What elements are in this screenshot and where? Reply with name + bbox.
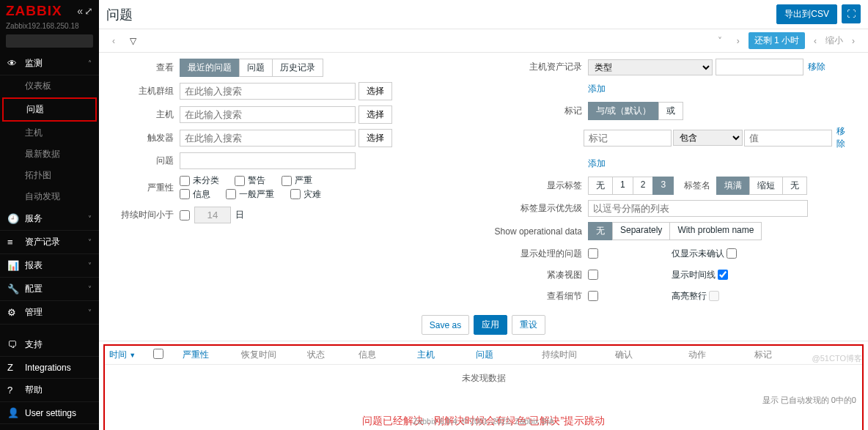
col-status: 状态 <box>307 349 358 361</box>
list-icon: ≡ <box>7 237 19 248</box>
eye-icon: 👁 <box>7 58 19 69</box>
wrench-icon: 🔧 <box>7 283 19 294</box>
save-button[interactable]: Save as <box>422 315 469 335</box>
view-history[interactable]: 历史记录 <box>272 59 323 77</box>
nav-reports[interactable]: 📊报表˅ <box>0 254 99 278</box>
opdata-none[interactable]: 无 <box>588 222 613 240</box>
tagname-full[interactable]: 填满 <box>716 177 750 195</box>
filter-icon[interactable]: ▽ <box>124 34 142 48</box>
col-actions: 动作 <box>688 349 754 361</box>
col-time[interactable]: 时间 ▼ <box>109 349 153 361</box>
nav-user[interactable]: 👤User settings <box>0 402 99 424</box>
sidebar-item-dashboard[interactable]: 仪表板 <box>0 75 99 97</box>
fullscreen-button[interactable]: ⛶ <box>842 4 861 23</box>
tagprio-input[interactable] <box>588 200 808 217</box>
opdata-sep[interactable]: Separately <box>612 222 670 240</box>
tagmode-or[interactable]: 或 <box>658 102 683 120</box>
host-pick[interactable]: 选择 <box>358 105 392 124</box>
page-header: 问题 导出到CSV ⛶ <box>99 0 868 29</box>
sidebar-item-discovery[interactable]: 自动发现 <box>0 186 99 207</box>
nav-integrations[interactable]: ZIntegrations <box>0 357 99 379</box>
page-title: 问题 <box>106 6 133 23</box>
inventory-type[interactable]: 类型 <box>588 59 713 75</box>
time-range[interactable]: 还剩 1 小时 <box>749 32 805 49</box>
sidebar-item-problems[interactable]: 问题 <box>2 97 97 122</box>
cb-details[interactable] <box>588 291 598 301</box>
col-tags: 标记 <box>754 349 820 361</box>
nav-help[interactable]: ?帮助 <box>0 379 99 402</box>
nav-inventory[interactable]: ≡资产记录˅ <box>0 231 99 254</box>
nav-logout[interactable]: ⏻退出 <box>0 424 99 430</box>
showtags-1[interactable]: 1 <box>612 177 633 195</box>
sidebar-item-hosts[interactable]: 主机 <box>0 122 99 144</box>
time-back[interactable]: ‹ <box>808 34 823 48</box>
nav-monitoring[interactable]: 👁监测˄ <box>0 52 99 75</box>
nav-config[interactable]: 🔧配置˅ <box>0 278 99 301</box>
sev-notclass[interactable]: 未分类 <box>180 174 219 187</box>
search-input[interactable] <box>10 37 111 45</box>
sidebar-item-latest[interactable]: 最新数据 <box>0 144 99 165</box>
nav-support[interactable]: 🗨支持 <box>0 333 99 357</box>
col-problem[interactable]: 问题 <box>476 349 542 361</box>
age-toggle[interactable] <box>180 210 190 220</box>
tag-value[interactable] <box>744 130 832 147</box>
sev-warning[interactable]: 警告 <box>235 174 265 187</box>
time-next[interactable]: › <box>731 34 746 48</box>
inventory-remove[interactable]: 移除 <box>808 61 825 73</box>
age-value[interactable] <box>194 207 231 223</box>
user-icon: 👤 <box>7 407 19 418</box>
server-name: Zabbix192.168.250.18 <box>0 22 99 34</box>
clock-icon: 🕘 <box>7 213 19 224</box>
trigger-pick[interactable]: 选择 <box>358 129 392 147</box>
sev-disaster[interactable]: 灾难 <box>290 188 321 201</box>
export-csv-button[interactable]: 导出到CSV <box>776 4 837 24</box>
col-severity[interactable]: 严重性 <box>183 349 241 361</box>
tag-remove[interactable]: 移除 <box>836 125 853 150</box>
sev-high[interactable]: 严重 <box>282 174 312 187</box>
time-dropdown[interactable]: ˅ <box>712 34 728 48</box>
cb-timeline[interactable] <box>718 270 728 280</box>
expand-icon: ⤢ <box>84 5 93 17</box>
zoom-out[interactable]: 缩小 <box>825 34 843 47</box>
nav-services[interactable]: 🕘服务˅ <box>0 207 99 231</box>
tagname-short[interactable]: 缩短 <box>749 177 783 195</box>
opdata-with[interactable]: With problem name <box>669 222 762 240</box>
sev-info[interactable]: 信息 <box>180 188 210 201</box>
view-problems[interactable]: 问题 <box>239 59 273 77</box>
col-host[interactable]: 主机 <box>417 349 476 361</box>
tag-add[interactable]: 添加 <box>588 157 606 170</box>
problem-input[interactable] <box>180 152 356 169</box>
nav-admin[interactable]: ⚙管理˅ <box>0 301 99 325</box>
filter-prev[interactable]: ‹ <box>106 34 121 48</box>
filter-view: 查看 最近的问题 问题 历史记录 <box>114 59 463 77</box>
reset-button[interactable]: 重设 <box>512 315 545 335</box>
chevron-down-icon: ˅ <box>88 238 92 246</box>
tag-op[interactable]: 包含 <box>673 130 743 146</box>
sidebar-item-maps[interactable]: 拓扑图 <box>0 165 99 186</box>
host-input[interactable] <box>180 106 356 123</box>
tag-name[interactable] <box>584 130 672 147</box>
gear-icon: ⚙ <box>7 307 19 318</box>
showtags-3[interactable]: 3 <box>652 177 674 195</box>
inventory-add[interactable]: 添加 <box>588 83 606 95</box>
tagname-none[interactable]: 无 <box>782 177 807 195</box>
view-recent[interactable]: 最近的问题 <box>180 59 240 77</box>
hostgroup-input[interactable] <box>180 83 356 100</box>
time-fwd[interactable]: › <box>846 34 861 48</box>
cb-suppressed[interactable] <box>588 248 598 259</box>
collapse-sidebar[interactable]: «⤢ <box>77 5 93 17</box>
apply-button[interactable]: 应用 <box>474 315 507 335</box>
cb-compact[interactable] <box>588 270 598 280</box>
showtags-none[interactable]: 无 <box>588 177 613 195</box>
sev-avg[interactable]: 一般严重 <box>226 188 274 201</box>
tagmode-andor[interactable]: 与/或（默认） <box>588 102 659 120</box>
inventory-value[interactable] <box>716 59 803 75</box>
z-icon: Z <box>7 362 19 373</box>
hostgroup-pick[interactable]: 选择 <box>358 82 392 100</box>
trigger-input[interactable] <box>180 130 356 147</box>
cb-unack[interactable] <box>727 248 737 259</box>
col-check[interactable] <box>153 349 183 361</box>
watermark: @51CTO博客 <box>812 353 862 364</box>
empty-message: 未发现数据 <box>105 365 862 392</box>
showtags-2[interactable]: 2 <box>633 177 654 195</box>
